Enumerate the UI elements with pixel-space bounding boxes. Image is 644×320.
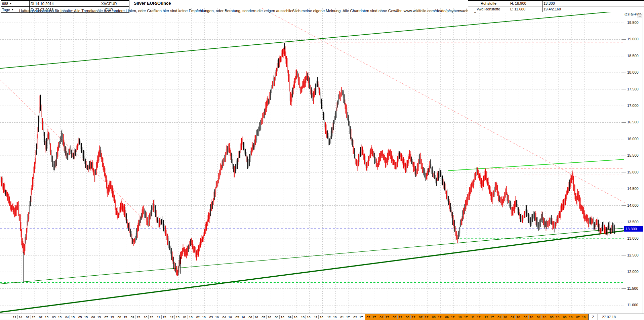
end-date-value: 27.07.18: [602, 315, 616, 319]
x-axis-tick: [437, 315, 437, 319]
page-title: Silver EUR/Ounce: [134, 1, 171, 6]
x-axis-month-label: 0718: [576, 315, 586, 319]
x-axis-month-label: 1215: [170, 315, 179, 319]
x-axis-month-label: 1016: [301, 315, 310, 319]
x-axis-tick: [555, 315, 555, 319]
x-axis-tick: [476, 315, 476, 319]
x-axis-month-label: 0415: [65, 315, 75, 319]
trendline-uptrend-thick-green: [0, 231, 624, 312]
x-axis-tick: [568, 315, 568, 319]
date-from-value: Di 14.10.2014: [31, 2, 54, 6]
x-axis-tick: [424, 315, 424, 319]
x-axis-tick: [345, 315, 345, 319]
x-axis-tick: [371, 315, 371, 319]
x-axis-tick: [122, 315, 122, 319]
x-axis-month-label: 0617: [406, 315, 415, 319]
x-axis-tick: [31, 315, 31, 319]
y-axis-price-label: 16.500: [627, 120, 639, 124]
date-from-field[interactable]: Di 14.10.2014: [29, 0, 89, 7]
y-axis-price-label: 14.000: [627, 203, 639, 207]
y-axis-price-label: 15.000: [627, 170, 639, 174]
x-axis-tick: [253, 315, 253, 319]
x-axis-month-label: 0116: [183, 315, 193, 319]
x-axis-tick: [306, 315, 306, 319]
y-axis-tick: [622, 23, 626, 23]
x-axis-tick: [17, 315, 18, 319]
x-axis-month-label: 0517: [393, 315, 402, 319]
current-price-badge: 13.300: [624, 226, 643, 232]
x-axis-month-label: 0717: [419, 315, 428, 319]
zoom-mode-label: Z: [592, 315, 594, 319]
x-axis-tick: [44, 315, 44, 319]
x-axis-month-label: 0716: [262, 315, 271, 319]
source-value: vwd Rohstoffe: [477, 7, 500, 11]
y-axis-price-label: 13.500: [627, 220, 639, 224]
info-value: 19.4/2.160: [544, 7, 561, 11]
x-axis-tick: [83, 315, 83, 319]
x-axis-month-label: 0515: [78, 315, 88, 319]
group-value: Rohstoffe: [481, 1, 496, 5]
x-axis-month-label: 1015: [144, 315, 153, 319]
x-axis-tick: [174, 315, 175, 319]
y-axis-tick: [622, 189, 626, 189]
info-cell: 19.4/2.160: [542, 6, 644, 12]
y-axis-tick: [622, 56, 626, 56]
trendline-uptrend-thin-green: [0, 228, 624, 284]
x-axis-tick: [463, 315, 463, 319]
x-axis-month-label: 0115: [26, 315, 35, 319]
x-axis-tick: [384, 315, 385, 319]
x-axis-month-label: 0516: [236, 315, 245, 319]
x-axis-tick: [489, 315, 489, 319]
collapse-button[interactable]: [638, 14, 642, 18]
y-axis-tick: [622, 73, 626, 73]
x-axis-tick: [450, 315, 450, 319]
x-axis-month-label: 0616: [249, 315, 258, 319]
x-axis-month-label: 0117: [340, 315, 350, 319]
chart-number-dropdown[interactable]: 988 ▼: [1, 0, 30, 7]
y-axis-price-label: 13.000: [627, 236, 639, 240]
x-axis-tick: [279, 315, 280, 319]
x-axis-tick: [515, 315, 516, 319]
x-axis-month-label: 1216: [327, 315, 336, 319]
x-axis-month-label: 1117: [471, 315, 480, 319]
x-axis-month-label: 0816: [275, 315, 284, 319]
y-axis-tick: [622, 139, 626, 139]
y-axis-tick: [622, 222, 626, 222]
x-axis-tick: [96, 315, 96, 319]
y-axis-price-label: 19.500: [627, 21, 639, 25]
x-axis-tick: [135, 315, 135, 319]
x-axis-month-label: 0815: [118, 315, 127, 319]
x-axis-month-label: 0915: [131, 315, 140, 319]
y-axis-tick: [622, 205, 626, 206]
y-axis-price-label: 17.000: [627, 104, 639, 108]
x-axis-tick: [292, 315, 293, 319]
symbol-value: XAGEUR: [101, 2, 117, 6]
low-cell: L: 11.680: [509, 6, 542, 12]
x-axis-tick: [318, 315, 319, 319]
y-axis-tick: [622, 156, 626, 156]
zoom-mode-button[interactable]: Z: [588, 314, 598, 320]
last-price-value: 13.300: [544, 1, 555, 5]
y-axis-tick: [622, 272, 626, 272]
x-axis-month-label: 0615: [91, 315, 101, 319]
x-axis-month-label: 1214: [13, 315, 22, 319]
x-axis-month-label: 0418: [537, 315, 546, 319]
y-axis-price-label: 18.500: [627, 54, 639, 58]
y-axis-price-label: 17.500: [627, 87, 639, 91]
trendline-resistance-light-green: [448, 159, 624, 171]
x-axis-tick: [109, 315, 109, 319]
disclaimer-text: Haftungsausschluss für Inhalte: Alle Tre…: [19, 9, 481, 13]
y-axis-price-label: 12.000: [627, 270, 639, 274]
y-axis-price-label: 14.500: [627, 187, 639, 191]
window-right-border: [643, 12, 643, 320]
source-cell: vwd Rohstoffe: [468, 6, 509, 12]
y-axis-price-label: 12.500: [627, 253, 639, 257]
x-axis-month-label: 0316: [209, 315, 219, 319]
symbol-field[interactable]: XAGEUR: [89, 0, 129, 7]
x-axis-tick: [240, 315, 240, 319]
price-bars-red: [2, 46, 611, 276]
x-axis-month-label: 0317: [366, 315, 376, 319]
x-axis-tick: [70, 315, 70, 319]
price-chart-canvas[interactable]: [0, 0, 644, 320]
x-axis-month-label: 0315: [52, 315, 62, 319]
